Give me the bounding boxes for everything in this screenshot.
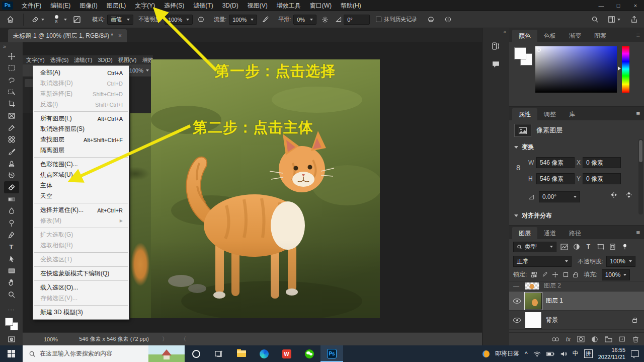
menu-item-reselect[interactable]: 重新选择(E)Shift+Ctrl+D	[33, 89, 129, 99]
menu-help[interactable]: 帮助(H)	[336, 0, 366, 11]
move-tool-icon[interactable]	[4, 50, 19, 62]
menu-item-save-selection[interactable]: 存储选区(V)...	[33, 293, 129, 304]
flip-vertical-icon[interactable]	[625, 191, 633, 198]
rotation-angle-field[interactable]: 0.00°	[539, 191, 580, 202]
tab-paths[interactable]: 路径	[562, 227, 588, 239]
menu-item-deselect[interactable]: 取消选择(D)Ctrl+D	[33, 78, 129, 89]
comments-panel-icon[interactable]	[488, 56, 505, 71]
add-layer-mask-icon[interactable]	[577, 336, 585, 342]
fill-field[interactable]: 100%	[602, 269, 630, 280]
dodge-tool-icon[interactable]	[4, 217, 19, 229]
ime-mode-indicator[interactable]: 拼	[584, 349, 593, 358]
taskbar-cortana[interactable]	[185, 345, 207, 362]
brush-angle-field[interactable]: 0°	[344, 15, 370, 25]
visibility-eye-icon[interactable]	[513, 299, 521, 304]
opacity-field[interactable]: 100%	[165, 15, 193, 25]
frame-tool-icon[interactable]	[4, 110, 19, 122]
tab-adjustments[interactable]: 调整	[537, 108, 562, 120]
share-icon[interactable]	[624, 16, 644, 23]
quick-mask-icon[interactable]	[4, 333, 19, 345]
height-field[interactable]: 546 像素	[536, 173, 575, 184]
visibility-eye-icon[interactable]	[513, 318, 521, 323]
zoom-level[interactable]: 100%	[44, 336, 58, 342]
lock-all-icon[interactable]	[573, 274, 578, 277]
menu-select[interactable]: 选择(S)	[159, 0, 189, 11]
width-field[interactable]: 546 像素	[536, 157, 575, 168]
lock-transparency-icon[interactable]	[531, 271, 537, 278]
color-picker-ring[interactable]	[537, 48, 541, 52]
menu-item-inverse[interactable]: 反选(I)Shift+Ctrl+I	[33, 99, 129, 110]
lasso-tool-icon[interactable]	[4, 74, 19, 86]
menu-item-transform-selection[interactable]: 变换选区(T)	[33, 254, 129, 265]
menu-item-find-layers[interactable]: 查找图层Alt+Shift+Ctrl+F	[33, 134, 129, 145]
healing-brush-tool-icon[interactable]	[4, 134, 19, 146]
tab-patterns[interactable]: 图案	[588, 30, 613, 42]
maximize-button[interactable]: □	[610, 0, 627, 11]
menu-item-sky[interactable]: 天空	[33, 191, 129, 201]
lock-position-icon[interactable]	[552, 271, 558, 278]
menu-item-grow[interactable]: 扩大选取(G)	[33, 230, 129, 240]
align-section-header[interactable]: 对齐并分布	[514, 211, 552, 220]
workspace-icon[interactable]	[604, 16, 624, 23]
brush-settings-panel-icon[interactable]	[67, 16, 87, 24]
layer-row-2[interactable]: — 图层 2	[509, 281, 644, 292]
y-field[interactable]: 0 像素	[583, 173, 621, 184]
delete-layer-icon[interactable]	[632, 336, 639, 343]
layer-row-background[interactable]: 背景	[509, 311, 644, 330]
tray-expand-icon[interactable]: ^	[525, 350, 528, 357]
new-layer-icon[interactable]	[619, 336, 626, 342]
layer-row-1[interactable]: 图层 1	[509, 292, 644, 311]
network-icon[interactable]	[533, 351, 541, 357]
menu-item-focus-area[interactable]: 焦点区域(U)...	[33, 170, 129, 180]
menu-item-select-and-mask[interactable]: 选择并遮住(K)...Alt+Ctrl+R	[33, 205, 129, 215]
crop-tool-icon[interactable]	[4, 98, 19, 110]
menu-item-modify[interactable]: 修改(M)▶	[33, 215, 129, 226]
close-button[interactable]: ×	[627, 0, 644, 11]
taskbar-wps[interactable]: W	[275, 345, 298, 362]
color-gradient-field[interactable]	[535, 46, 617, 93]
menu-item-all-layers[interactable]: 所有图层(L)Alt+Ctrl+A	[33, 113, 129, 124]
zoom-tool-icon[interactable]	[4, 288, 19, 301]
start-button[interactable]	[0, 345, 23, 362]
filter-shape-layers-icon[interactable]	[596, 243, 605, 250]
taskbar-photoshop[interactable]: Ps	[320, 345, 343, 362]
brush-tool-icon[interactable]	[4, 146, 19, 158]
gradient-tool-icon[interactable]	[4, 193, 19, 205]
taskbar-wechat[interactable]	[298, 345, 320, 362]
new-adjustment-layer-icon[interactable]	[591, 336, 598, 343]
layers-opacity-field[interactable]: 100%	[606, 256, 635, 267]
minimize-button[interactable]: —	[593, 0, 610, 11]
erase-to-history-checkbox[interactable]	[376, 17, 381, 22]
menu-view[interactable]: 视图(V)	[243, 0, 272, 11]
color-panel-swatches[interactable]	[514, 47, 532, 65]
filter-adjustment-layers-icon[interactable]	[572, 243, 581, 250]
weather-label[interactable]: 即将日落	[495, 349, 519, 358]
gear-icon[interactable]	[316, 16, 334, 23]
search-icon[interactable]	[586, 16, 604, 23]
menu-item-similar[interactable]: 选取相似(R)	[33, 240, 129, 251]
symmetry-icon[interactable]	[440, 16, 455, 23]
menu-3d[interactable]: 3D(D)	[218, 0, 243, 11]
tab-layers[interactable]: 图层	[512, 227, 537, 239]
layer-2-thumbnail[interactable]	[525, 282, 540, 290]
toolbar-ellipsis-icon[interactable]: ···	[4, 304, 19, 316]
menu-item-deselect-layers[interactable]: 取消选择图层(S)	[33, 124, 129, 134]
path-selection-tool-icon[interactable]	[4, 253, 19, 265]
x-field[interactable]: 0 像素	[583, 157, 621, 168]
flow-field[interactable]: 100%	[229, 15, 257, 25]
eyedropper-tool-icon[interactable]	[4, 122, 19, 134]
taskbar-clock[interactable]: 16:55 2022/11/21	[598, 347, 625, 361]
home-icon[interactable]	[0, 16, 20, 23]
pressure-opacity-icon[interactable]	[193, 16, 209, 23]
menu-filter[interactable]: 滤镜(T)	[189, 0, 217, 11]
mode-select[interactable]: 画笔	[107, 15, 133, 25]
taskbar-task-view[interactable]	[207, 345, 230, 362]
link-layers-icon[interactable]	[551, 337, 559, 342]
menu-item-load-selection[interactable]: 载入选区(O)...	[33, 282, 129, 293]
foreground-color-swatch[interactable]	[5, 318, 13, 326]
status-scrub-right-icon[interactable]: 〉	[162, 335, 168, 343]
tab-close-icon[interactable]: ×	[118, 32, 122, 39]
airbrush-icon[interactable]	[257, 16, 273, 23]
taskbar-search-box[interactable]: 在这里输入你要搜索的内容	[23, 345, 185, 362]
blur-tool-icon[interactable]	[4, 205, 19, 218]
